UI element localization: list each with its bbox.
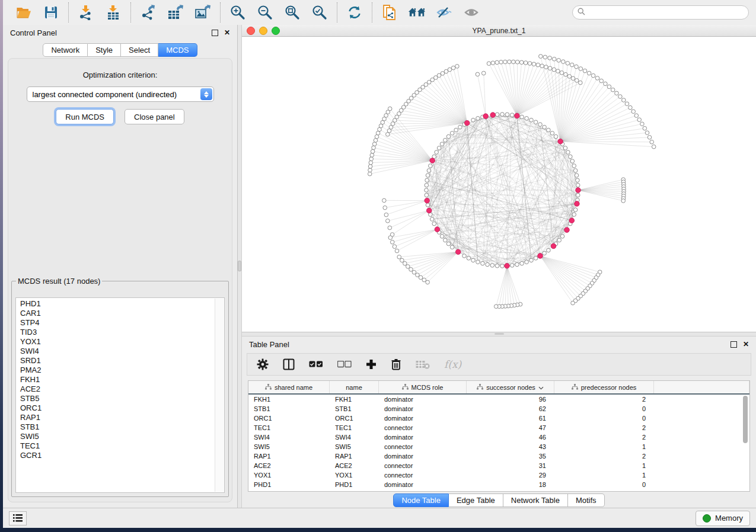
network-canvas[interactable]: [242, 37, 756, 332]
table-row[interactable]: SWI5SWI5connector431: [248, 442, 749, 451]
mcds-list-scrollbar[interactable]: [215, 299, 224, 492]
mcds-result-item[interactable]: GCR1: [20, 451, 215, 460]
tab-mcds[interactable]: MCDS: [158, 43, 197, 57]
tab-motifs[interactable]: Motifs: [568, 493, 605, 507]
run-mcds-button[interactable]: Run MCDS: [56, 109, 114, 124]
status-bar: Memory: [3, 508, 756, 528]
zoom-fit-icon[interactable]: [283, 4, 301, 21]
table-panel-tabs: Node TableEdge TableNetwork TableMotifs: [393, 493, 604, 507]
mcds-result-item[interactable]: CAR1: [20, 309, 215, 318]
memory-status-icon: [703, 514, 711, 523]
table-cell: 2: [554, 451, 654, 461]
control-panel-title: Control Panel: [10, 28, 57, 37]
table-row[interactable]: TEC1TEC1connector472: [248, 423, 749, 432]
close-panel-icon[interactable]: ✕: [743, 341, 749, 348]
tab-select[interactable]: Select: [121, 43, 158, 57]
table-row[interactable]: PHD1PHD1dominator180: [248, 480, 749, 489]
mcds-result-item[interactable]: STB1: [20, 422, 215, 432]
refresh-icon[interactable]: [346, 4, 363, 21]
first-neighbors-icon[interactable]: [408, 4, 426, 21]
import-network-icon[interactable]: [77, 4, 95, 21]
network-window-titlebar[interactable]: YPA_prune.txt_1: [242, 25, 756, 37]
zoom-in-icon[interactable]: [229, 4, 247, 21]
tab-network[interactable]: Network: [43, 43, 88, 57]
export-network-icon[interactable]: [139, 4, 157, 21]
table-cell: connector: [379, 470, 467, 480]
column-header-predecessor-nodes[interactable]: predecessor nodes: [554, 381, 654, 393]
float-panel-icon[interactable]: [212, 30, 218, 36]
table-row[interactable]: RAP1RAP1dominator352: [248, 451, 749, 461]
memory-button[interactable]: Memory: [696, 511, 750, 526]
close-panel-icon[interactable]: ✕: [224, 29, 230, 36]
mcds-result-item[interactable]: SWI5: [20, 432, 215, 441]
table-cell: FKH1: [248, 395, 330, 404]
table-cell: RAP1: [248, 451, 330, 461]
deselect-all-checks-icon[interactable]: [337, 361, 352, 368]
column-header-MCDS-role[interactable]: MCDS role: [379, 381, 467, 393]
zoom-selected-icon[interactable]: [311, 4, 328, 21]
table-scrollbar[interactable]: [742, 395, 748, 489]
task-history-button[interactable]: [9, 511, 27, 525]
table-cell: 2: [554, 423, 654, 432]
export-image-icon[interactable]: [194, 4, 212, 21]
table-scrollbar-thumb[interactable]: [743, 396, 748, 443]
export-table-icon[interactable]: [167, 4, 184, 21]
column-header-successor-nodes[interactable]: successor nodes: [467, 381, 554, 393]
mcds-result-item[interactable]: STB5: [20, 394, 215, 403]
delete-column-icon[interactable]: [391, 358, 401, 370]
tab-style[interactable]: Style: [88, 43, 121, 57]
vertical-splitter[interactable]: [237, 25, 242, 508]
split-columns-icon[interactable]: [283, 358, 295, 370]
main-toolbar: [3, 0, 756, 25]
table-cell: dominator: [379, 432, 467, 442]
tab-edge-table[interactable]: Edge Table: [449, 493, 503, 507]
hide-selected-icon[interactable]: [435, 4, 453, 21]
table-row[interactable]: ACE2ACE2connector311: [248, 461, 749, 470]
mcds-result-item[interactable]: PMA2: [20, 366, 215, 375]
mcds-result-item[interactable]: TID3: [20, 328, 215, 337]
mcds-result-item[interactable]: ACE2: [20, 384, 215, 394]
mcds-result-item[interactable]: SRD1: [20, 356, 215, 366]
mcds-result-item[interactable]: TEC1: [20, 441, 215, 451]
column-header-name[interactable]: name: [330, 381, 379, 393]
mcds-result-item[interactable]: FKH1: [20, 375, 215, 384]
tab-node-table[interactable]: Node Table: [393, 493, 449, 507]
criterion-select[interactable]: largest connected component (undirected): [27, 86, 214, 102]
mcds-result-item[interactable]: SWI4: [20, 347, 215, 356]
select-all-checks-icon[interactable]: [309, 361, 323, 368]
close-panel-button[interactable]: Close panel: [125, 109, 184, 124]
mcds-result-item[interactable]: RAP1: [20, 413, 215, 422]
add-column-icon[interactable]: [366, 359, 377, 370]
mcds-result-item[interactable]: STP4: [20, 318, 215, 328]
table-row[interactable]: YOX1YOX1connector291: [248, 470, 749, 480]
import-table-icon[interactable]: [104, 4, 122, 21]
show-all-icon[interactable]: [462, 4, 480, 21]
float-panel-icon[interactable]: [731, 341, 737, 348]
table-row[interactable]: STB1STB1dominator620: [248, 404, 749, 414]
horizontal-splitter[interactable]: [242, 332, 756, 336]
network-graph[interactable]: [242, 37, 756, 332]
splitter-handle[interactable]: [238, 261, 241, 271]
mcds-result-item[interactable]: YOX1: [20, 337, 215, 347]
mcds-result-item[interactable]: PHD1: [20, 299, 215, 309]
table-cell: dominator: [379, 451, 467, 461]
open-file-icon[interactable]: [15, 4, 33, 21]
search-input[interactable]: [589, 8, 744, 17]
table-cell: 0: [554, 404, 654, 414]
table-cell: 61: [467, 414, 554, 423]
column-header-shared-name[interactable]: shared name: [248, 381, 330, 393]
save-icon[interactable]: [42, 4, 60, 21]
table-cell: 1: [554, 442, 654, 451]
table-row[interactable]: ORC1ORC1dominator610: [248, 414, 749, 423]
table-row[interactable]: FKH1FKH1dominator962: [248, 395, 749, 404]
settings-gear-icon[interactable]: [257, 358, 269, 370]
table-row[interactable]: SWI4SWI4dominator462: [248, 432, 749, 442]
zoom-out-icon[interactable]: [256, 4, 274, 21]
mcds-result-item[interactable]: ORC1: [20, 403, 215, 413]
table-cell: SWI4: [248, 432, 330, 442]
table-cell: PHD1: [330, 480, 379, 489]
splitter-handle[interactable]: [495, 333, 504, 335]
tab-network-table[interactable]: Network Table: [503, 493, 568, 507]
table-cell: 29: [467, 470, 554, 480]
clone-network-icon[interactable]: [381, 4, 398, 21]
